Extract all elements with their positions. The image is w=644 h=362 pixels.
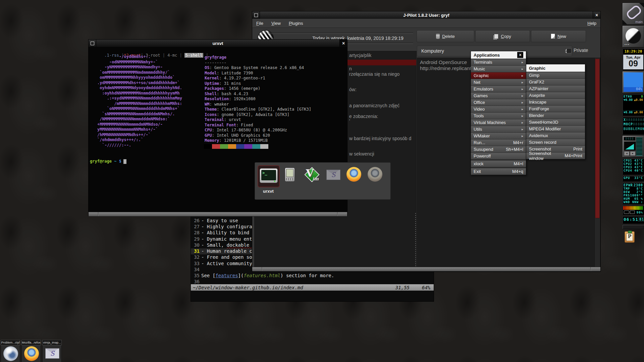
- menu-item-fontforge[interactable]: FontForge: [526, 106, 585, 112]
- menu-item-games[interactable]: Games▸: [471, 93, 526, 99]
- copy-button[interactable]: Copy: [475, 30, 530, 42]
- records-scrollbar[interactable]: [594, 58, 600, 267]
- prompt-path: ~: [114, 159, 116, 164]
- menu-item-susupend[interactable]: SusupendSh+M4+l: [471, 146, 526, 153]
- weather-station: EPWR: [624, 183, 633, 187]
- menu-item-run[interactable]: Run...M4+r: [471, 139, 526, 146]
- vim-current-line-number: 31: [192, 248, 200, 254]
- menu-shortcut: M4+Print: [565, 153, 582, 158]
- tree-row: ': [349, 118, 350, 124]
- private-checkbox[interactable]: [567, 48, 572, 53]
- jpilot-resizebar[interactable]: [252, 267, 600, 272]
- firefox-icon[interactable]: [346, 167, 361, 182]
- menu-close-button[interactable]: ×: [517, 52, 523, 58]
- miniwindow-firefox[interactable]: Mozilla...refox: [21, 340, 41, 362]
- close-button[interactable]: ×: [593, 11, 600, 19]
- mail-client-icon[interactable]: S: [326, 170, 340, 180]
- scrollbar-thumb[interactable]: [595, 59, 600, 218]
- menu-item-wmaker[interactable]: WMaker▸: [471, 133, 526, 139]
- weather-time: 2300: [634, 183, 643, 187]
- mixer-next-button[interactable]: ▸: [630, 151, 636, 156]
- dock-net-monitor[interactable]: ETH0B ▼0.00▲0.00 ▼0.00▲0.00: [622, 94, 644, 116]
- cpu1-temp: 43°C: [634, 159, 643, 162]
- miniaturize-icon: [254, 13, 258, 17]
- vim-icon[interactable]: Vim: [304, 167, 319, 182]
- record-name[interactable]: Android OpenSource: [420, 59, 467, 65]
- menu-item-screen-record[interactable]: Screen record: [526, 139, 585, 145]
- mocp-row-title: MOCP: [624, 122, 633, 126]
- power-percent: 90%: [637, 211, 643, 214]
- menu-item-azpainter[interactable]: AZPainter: [526, 85, 585, 92]
- tree-row: w bardziej intuicyjny sposób d: [349, 136, 411, 141]
- delete-button[interactable]: Delete: [417, 30, 474, 42]
- menu-item-utils[interactable]: Utils▸: [471, 126, 526, 132]
- miniwindow-gimp[interactable]: Problem...ctyl: [1, 340, 20, 362]
- miniaturize-button[interactable]: [252, 11, 260, 19]
- menu-shortcut: M4+q: [512, 169, 523, 174]
- menu-help[interactable]: Help: [583, 19, 600, 27]
- dock-mocp-app[interactable]: X88888888 MOCP88888 BUBBLEMON: [622, 117, 644, 135]
- pane-splitter-handle[interactable]: [415, 213, 417, 266]
- menu-item-inkscape[interactable]: Inkscape: [526, 99, 585, 105]
- dock-timer-app[interactable]: 06:51 B1: [622, 216, 644, 224]
- net-up-rate: ▲0.00: [634, 98, 643, 102]
- miniaturize-button[interactable]: [89, 40, 96, 47]
- urxvt-icon[interactable]: >_: [260, 168, 278, 183]
- menu-item-net[interactable]: Net▸: [471, 79, 526, 85]
- menu-file[interactable]: File: [252, 19, 267, 27]
- urxvt-titlebar[interactable]: urxvt ×: [89, 40, 347, 47]
- dock-battery-app[interactable]: 04%: [622, 71, 644, 93]
- workspace-name-label: main: [623, 20, 643, 24]
- firefox-dim-icon[interactable]: [368, 167, 382, 182]
- menu-item-blender[interactable]: Blender: [526, 112, 585, 119]
- vim-line-number: 32: [192, 254, 200, 260]
- applications-menu-title[interactable]: Applications ×: [471, 51, 526, 59]
- submenu-arrow-icon: ▸: [522, 127, 523, 131]
- menu-item-office[interactable]: Office▸: [471, 99, 526, 106]
- jpilot-icon[interactable]: [285, 168, 295, 182]
- vim-scroll-percent: 64%: [422, 285, 430, 290]
- menu-item-gimp[interactable]: Gimp: [526, 72, 585, 78]
- menu-item-exit[interactable]: ExitM4+q: [471, 168, 526, 175]
- jpilot-titlebar[interactable]: J-Pilot 1.8.2 User: gryf ×: [252, 11, 600, 19]
- menu-view[interactable]: View: [267, 19, 285, 27]
- menu-item-video[interactable]: Video▸: [471, 106, 526, 112]
- clip-next-arrow[interactable]: [639, 3, 644, 8]
- menu-item-avidemux[interactable]: Avidemux: [526, 132, 585, 139]
- graphic-submenu-title[interactable]: Graphic: [526, 64, 585, 72]
- menu-item-virtual-machines[interactable]: Virtual Machines▸: [471, 119, 526, 126]
- new-button[interactable]: New: [531, 30, 586, 42]
- urxvt-resizebar[interactable]: [89, 212, 347, 217]
- dock-cpu-temps[interactable]: CPU143°C CPU243°C CPU343°C CPU440°C: [622, 158, 644, 175]
- close-button[interactable]: ×: [339, 40, 347, 47]
- menu-item-mpeg4-modifier[interactable]: MPEG4 Modifier: [526, 126, 585, 132]
- menu-item-screenshot-window[interactable]: Screenshot windowM4+Print: [526, 153, 585, 159]
- dock-weather-app[interactable]: EPWR2300 TMP8°C DEW2°C PRS1009ʰᴾ HUM65 %…: [622, 182, 644, 204]
- globe-browser-icon: [3, 346, 18, 361]
- dock-mixer-app[interactable]: 8488 ◂ ▸: [622, 135, 644, 158]
- jpilot-appicon[interactable]: P: [625, 231, 635, 243]
- menu-item-graphic[interactable]: Graphic▸: [471, 72, 526, 79]
- gpu-temp: 33°C: [634, 176, 643, 180]
- menu-item-aseprite[interactable]: Aseprite: [526, 92, 585, 99]
- menu-item-terminals[interactable]: Terminals▸: [471, 59, 526, 65]
- mixer-prev-button[interactable]: ◂: [624, 151, 630, 156]
- dock-power-meter[interactable]: 90%: [622, 205, 644, 215]
- neofetch-info: gryf@rage --------- OS: Gentoo Base Syst…: [205, 55, 311, 143]
- menu-item-sweethome3d[interactable]: SweetHome3D: [526, 119, 585, 125]
- menu-item-grafx2[interactable]: GraFX2: [526, 79, 585, 85]
- mixer-volume-wedge[interactable]: [624, 141, 636, 151]
- dock-clip-main[interactable]: main: [622, 3, 644, 25]
- menu-item-poweroff[interactable]: Poweroff: [471, 153, 526, 159]
- dock-ball-app[interactable]: •••: [622, 25, 644, 48]
- miniwindow-mail[interactable]: vimja_imap... S: [42, 340, 62, 362]
- weather-pressure: 1009ʰᴾ: [630, 194, 643, 197]
- menu-item-tools[interactable]: Tools▸: [471, 113, 526, 119]
- vim-line-number: 28: [192, 230, 200, 235]
- menu-item-emulators[interactable]: Emulators▸: [471, 86, 526, 92]
- dock-calclock[interactable]: 18:29:20 Tue, Apr 09: [622, 48, 644, 70]
- dock-gpu-temp[interactable]: GPU33°C: [622, 176, 644, 182]
- menu-item-xlock[interactable]: xlockM4+l: [471, 161, 526, 167]
- menu-item-music[interactable]: Music▸: [471, 66, 526, 72]
- menu-plugins[interactable]: Plugins: [285, 19, 307, 27]
